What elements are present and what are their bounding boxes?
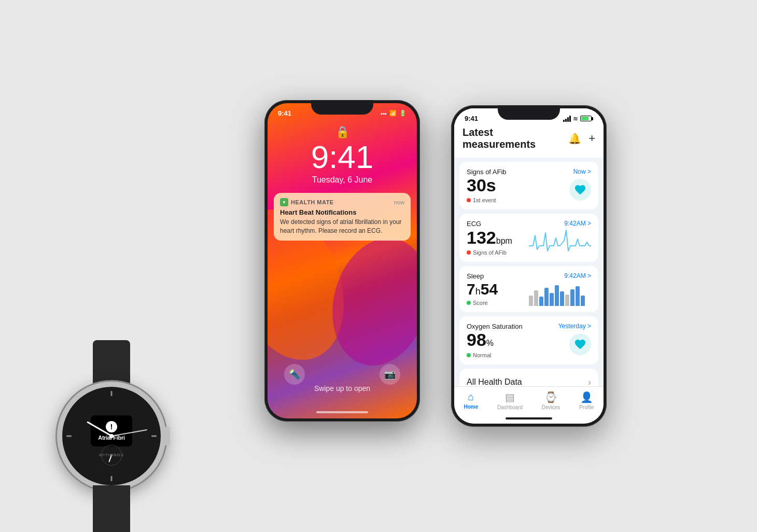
afib-card[interactable]: Signs of AFib Now > 30s 1st event xyxy=(459,162,598,209)
notif-app-name: HEALTH MATE xyxy=(291,199,334,205)
heart-svg xyxy=(574,184,586,196)
app-title: Latest measurements xyxy=(462,127,568,150)
watch-subdial xyxy=(101,445,122,466)
afib-badge-label: 1st event xyxy=(473,197,496,203)
afib-badge: 1st event xyxy=(467,197,569,203)
flashlight-icon[interactable]: 🔦 xyxy=(284,364,305,385)
lockscreen-time: 9:41 xyxy=(268,141,417,173)
oxygen-badge-label: Normal xyxy=(473,352,491,358)
lockscreen-status-icons: ▪▪▪ 📶 🔋 xyxy=(381,110,406,117)
oxygen-value-row: 98% Normal xyxy=(467,330,591,358)
lock-symbol: 🔒 xyxy=(335,125,349,138)
notif-body: We detected signs of atrial fibrillation… xyxy=(280,218,404,235)
sleep-value-left: 7h54 Score xyxy=(467,281,529,306)
afib-value-row: 30s 1st event xyxy=(467,176,591,203)
ecg-badge-label: Signs of AFib xyxy=(473,249,507,256)
profile-tab-label: Profile xyxy=(579,404,594,410)
oxygen-value: 98% xyxy=(467,330,569,349)
ecg-card[interactable]: ECG 9:42AM > 132bpm xyxy=(459,214,598,262)
ls-bottom-icons: 🔦 📷 xyxy=(268,364,417,385)
afib-value-left: 30s 1st event xyxy=(467,176,569,203)
afib-heart-icon xyxy=(569,179,591,201)
lockscreen-bg: 9:41 ▪▪▪ 📶 🔋 🔒 9:41 Tuesday, 6 June xyxy=(268,103,417,418)
profile-tab-icon: 👤 xyxy=(580,391,593,403)
tab-dashboard[interactable]: ▤ Dashboard xyxy=(497,391,523,410)
watch-strap-bottom xyxy=(93,485,130,532)
all-health-label: All Health Data xyxy=(467,377,522,387)
afib-badge-dot xyxy=(467,198,471,202)
sleep-badge: Score xyxy=(467,300,529,306)
swipe-text: Swipe up to open xyxy=(268,384,417,393)
sleep-badge-dot xyxy=(467,301,471,305)
devices-tab-icon: ⌚ xyxy=(544,391,557,403)
phone-app: 9:41 ≋ xyxy=(451,105,607,427)
wifi-app-icon: ≋ xyxy=(573,115,578,122)
tab-devices[interactable]: ⌚ Devices xyxy=(542,391,560,410)
notif-header: ♥ HEALTH MATE now xyxy=(280,198,404,206)
devices-tab-label: Devices xyxy=(542,404,560,410)
watch-body: ! Atrial Fibri WITHINGS xyxy=(57,382,166,491)
oxygen-badge-dot xyxy=(467,353,471,357)
dashboard-tab-icon: ▤ xyxy=(505,391,515,403)
notif-time: now xyxy=(394,199,404,205)
app-header-actions: 🔔 + xyxy=(568,132,595,145)
ecg-chart xyxy=(529,228,591,256)
camera-icon[interactable]: 📷 xyxy=(380,364,400,385)
lockscreen: 9:41 ▪▪▪ 📶 🔋 🔒 9:41 Tuesday, 6 June xyxy=(268,103,417,418)
watch-center-dot xyxy=(109,434,114,438)
afib-card-header: Signs of AFib Now > xyxy=(467,168,591,176)
ecg-value-row: 132bpm Signs of AFib xyxy=(467,228,591,256)
plus-icon[interactable]: + xyxy=(588,132,595,145)
lockscreen-status-time: 9:41 xyxy=(278,109,291,117)
signal-icon: ▪▪▪ xyxy=(381,110,387,117)
oxygen-unit: % xyxy=(486,339,494,347)
home-tab-label: Home xyxy=(464,404,478,410)
app-status-time: 9:41 xyxy=(465,115,478,122)
app-status-icons: ≋ xyxy=(563,115,593,122)
notif-title: Heart Beat Notifications xyxy=(280,208,404,216)
sleep-badge-label: Score xyxy=(473,300,488,306)
home-tab-icon: ⌂ xyxy=(468,391,474,403)
tab-profile[interactable]: 👤 Profile xyxy=(579,391,594,410)
oxygen-badge: Normal xyxy=(467,352,569,358)
sleep-chart xyxy=(529,280,591,306)
signal-bars-icon xyxy=(563,116,571,122)
oxygen-value-left: 98% Normal xyxy=(467,330,569,358)
ecg-value-left: 132bpm Signs of AFib xyxy=(467,228,529,256)
phone-lockscreen: 9:41 ▪▪▪ 📶 🔋 🔒 9:41 Tuesday, 6 June xyxy=(264,100,420,422)
tab-home[interactable]: ⌂ Home xyxy=(464,391,478,410)
oxygen-heart-svg xyxy=(574,338,586,351)
sleep-card-header: Sleep 9:42AM > xyxy=(467,272,591,280)
ecg-value: 132bpm xyxy=(467,228,529,247)
notif-app: ♥ HEALTH MATE xyxy=(280,198,334,206)
measurements-list: Signs of AFib Now > 30s 1st event xyxy=(454,158,604,424)
battery-app-icon xyxy=(580,116,593,121)
sleep-title: Sleep xyxy=(467,272,484,280)
app-inner: 9:41 ≋ xyxy=(454,108,604,424)
watch-strap-top xyxy=(93,340,130,387)
wifi-icon: 📶 xyxy=(389,110,397,117)
oxygen-time: Yesterday > xyxy=(558,323,591,330)
sleep-value: 7h54 xyxy=(467,281,529,298)
phone-notch-right xyxy=(498,105,560,120)
ecg-card-header: ECG 9:42AM > xyxy=(467,220,591,228)
bg-blob-2 xyxy=(319,227,417,376)
home-indicator-right xyxy=(506,417,552,419)
lock-icon: 🔒 xyxy=(268,125,417,139)
home-indicator-left xyxy=(316,411,368,413)
ecg-title: ECG xyxy=(467,220,481,228)
bell-icon[interactable]: 🔔 xyxy=(568,132,581,145)
oxygen-card[interactable]: Oxygen Saturation Yesterday > 98% xyxy=(459,316,598,364)
phone-notch-left xyxy=(311,100,373,115)
sleep-value-row: 7h54 Score xyxy=(467,280,591,306)
afib-title: Signs of AFib xyxy=(467,168,507,176)
ecg-svg xyxy=(529,228,591,254)
afib-value: 30s xyxy=(467,176,569,195)
sleep-card[interactable]: Sleep 9:42AM > 7h54 xyxy=(459,266,598,312)
notif-app-icon: ♥ xyxy=(280,198,288,206)
ecg-badge-dot xyxy=(467,250,471,255)
oxygen-title: Oxygen Saturation xyxy=(467,323,523,330)
oxygen-heart-icon xyxy=(569,333,591,355)
ecg-unit: bpm xyxy=(496,236,512,245)
watch: ! Atrial Fibri WITHINGS xyxy=(57,382,166,491)
